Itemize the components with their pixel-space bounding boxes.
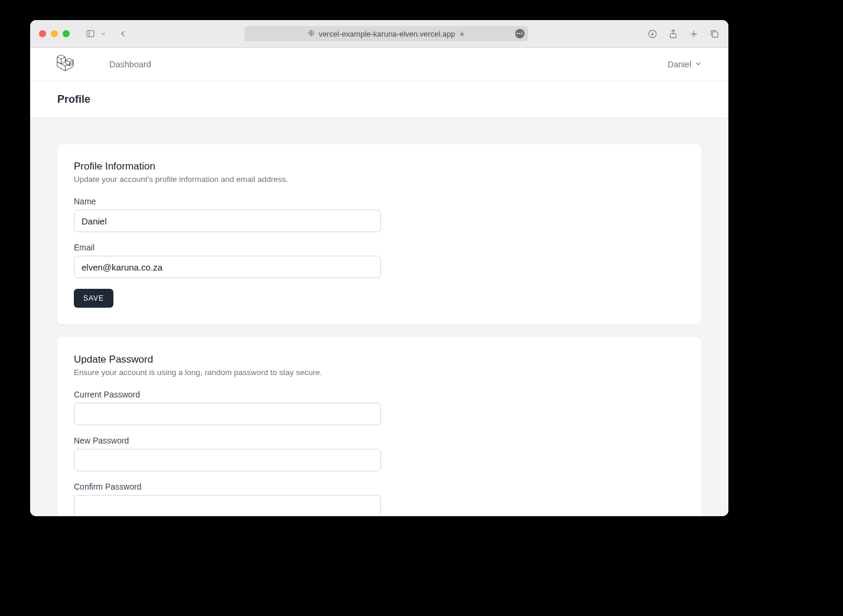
email-label: Email [74,243,381,252]
address-bar[interactable]: vercel-example-karuna-elven.vercel.app •… [245,26,528,41]
reader-mode-icon[interactable]: ••• [515,29,525,38]
page-content: Profile Information Update your account'… [30,118,728,516]
name-input[interactable] [74,210,381,232]
profile-info-heading: Profile Information [74,161,685,172]
update-password-description: Ensure your account is using a long, ran… [74,368,685,377]
lock-icon [459,30,465,38]
nav-dashboard-link[interactable]: Dashboard [109,60,151,69]
email-input[interactable] [74,256,381,278]
svg-rect-0 [87,31,94,37]
current-password-input[interactable] [74,403,381,425]
user-menu[interactable]: Daniel [668,60,702,70]
minimize-window-button[interactable] [51,30,58,37]
current-password-label: Current Password [74,390,381,399]
name-field-group: Name [74,197,381,232]
confirm-password-label: Confirm Password [74,482,381,491]
back-button[interactable] [118,29,128,38]
user-menu-name: Daniel [668,60,691,69]
new-password-group: New Password [74,436,381,471]
chevron-down-icon [694,60,702,70]
svg-rect-8 [712,31,718,37]
globe-icon [308,30,315,38]
tab-overview-icon[interactable] [709,29,720,39]
profile-info-card: Profile Information Update your account'… [57,144,701,324]
profile-info-description: Update your account's profile informatio… [74,175,685,184]
current-password-group: Current Password [74,390,381,425]
update-password-heading: Update Password [74,354,685,366]
url-text: vercel-example-karuna-elven.vercel.app [318,30,455,38]
chevron-down-icon[interactable] [100,31,106,37]
svg-rect-3 [460,33,463,35]
update-password-card: Update Password Ensure your account is u… [57,337,701,516]
new-password-label: New Password [74,436,381,445]
sidebar-toggle-icon[interactable] [85,29,96,38]
save-profile-button[interactable]: Save [74,289,113,308]
window-controls [39,30,70,37]
browser-right-controls [647,29,720,39]
browser-window: vercel-example-karuna-elven.vercel.app •… [30,20,728,516]
laravel-logo-icon[interactable] [56,54,75,75]
close-window-button[interactable] [39,30,46,37]
page-title: Profile [57,93,701,106]
email-field-group: Email [74,243,381,278]
maximize-window-button[interactable] [63,30,70,37]
new-tab-icon[interactable] [689,29,699,39]
share-icon[interactable] [668,29,678,39]
confirm-password-input[interactable] [74,495,381,516]
new-password-input[interactable] [74,449,381,471]
page-header: Profile [30,82,728,118]
downloads-icon[interactable] [647,29,658,39]
app-navbar: Dashboard Daniel [30,48,728,82]
confirm-password-group: Confirm Password [74,482,381,516]
browser-toolbar: vercel-example-karuna-elven.vercel.app •… [30,20,728,48]
name-label: Name [74,197,381,206]
